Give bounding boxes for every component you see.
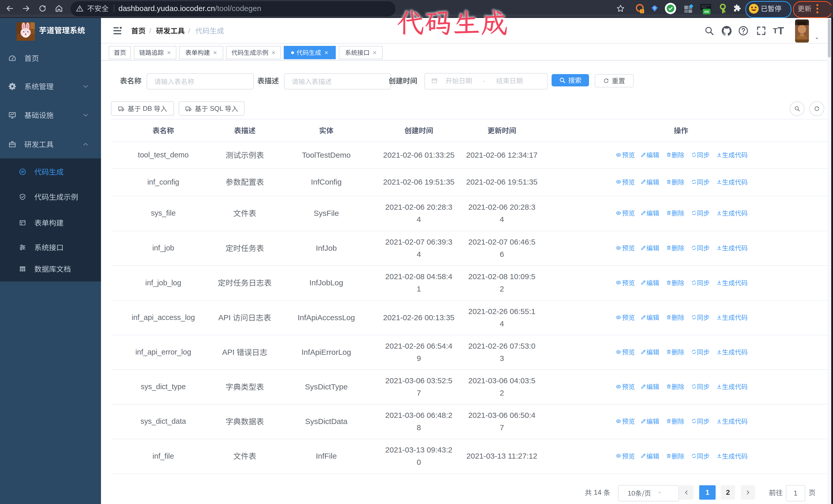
svg-text:1: 1 bbox=[641, 10, 643, 13]
svg-text:on: on bbox=[704, 9, 709, 14]
